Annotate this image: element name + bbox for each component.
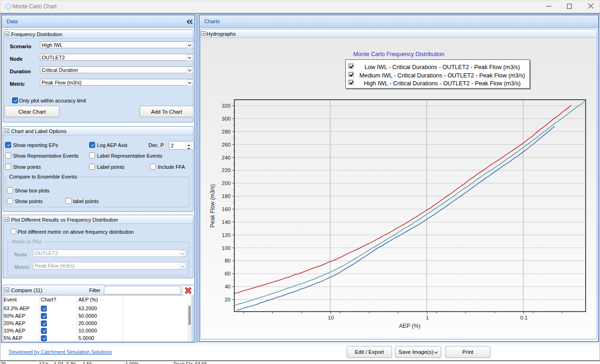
svg-text:180: 180: [222, 193, 231, 199]
svg-text:200: 200: [222, 180, 231, 186]
svg-text:120: 120: [222, 232, 231, 238]
svg-text:10: 10: [328, 315, 334, 320]
svg-text:220: 220: [222, 167, 231, 173]
svg-text:0.1: 0.1: [520, 315, 528, 320]
svg-text:100: 100: [222, 245, 231, 251]
svg-text:240: 240: [222, 155, 231, 160]
svg-text:1: 1: [426, 315, 429, 320]
svg-text:60: 60: [225, 271, 231, 276]
svg-text:20: 20: [225, 297, 231, 302]
svg-text:300: 300: [222, 116, 231, 121]
svg-text:40: 40: [225, 284, 231, 289]
svg-text:280: 280: [222, 129, 231, 134]
svg-text:140: 140: [222, 219, 231, 225]
svg-text:Peak Flow (m3/s): Peak Flow (m3/s): [209, 184, 216, 227]
svg-text:160: 160: [222, 206, 231, 212]
svg-text:320: 320: [222, 103, 231, 109]
svg-text:80: 80: [225, 258, 231, 263]
svg-text:260: 260: [222, 142, 231, 147]
svg-text:AEP (%): AEP (%): [399, 323, 420, 329]
